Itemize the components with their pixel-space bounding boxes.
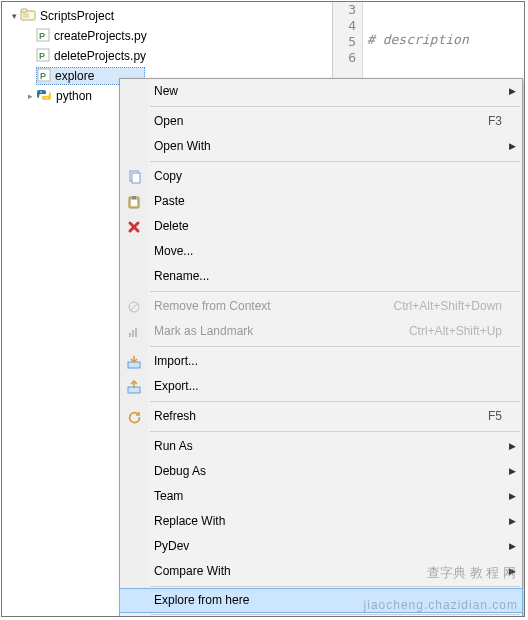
menu-open[interactable]: Open F3 bbox=[120, 109, 522, 134]
refresh-icon bbox=[120, 404, 148, 429]
submenu-arrow-icon: ▶ bbox=[509, 79, 516, 104]
menu-separator bbox=[150, 161, 520, 162]
menu-rename[interactable]: Rename... bbox=[120, 264, 522, 289]
import-icon bbox=[120, 349, 148, 374]
menu-export[interactable]: Export... bbox=[120, 374, 522, 399]
copy-icon bbox=[120, 164, 148, 189]
tree-node-file[interactable]: P deleteProjects.py bbox=[2, 46, 332, 66]
svg-text:P: P bbox=[39, 51, 45, 61]
menu-separator bbox=[150, 346, 520, 347]
menu-explore-from-here[interactable]: Explore from here bbox=[119, 588, 523, 613]
tree-label: createProjects.py bbox=[50, 29, 147, 43]
menu-import[interactable]: Import... bbox=[120, 349, 522, 374]
svg-rect-1 bbox=[21, 9, 27, 12]
python-file-icon: P bbox=[36, 28, 50, 45]
svg-rect-17 bbox=[129, 333, 131, 337]
submenu-arrow-icon: ▶ bbox=[509, 434, 516, 459]
svg-point-9 bbox=[40, 91, 42, 93]
svg-rect-12 bbox=[132, 173, 140, 183]
expand-toggle[interactable]: ▾ bbox=[8, 10, 20, 22]
tree-label: deleteProjects.py bbox=[50, 49, 146, 63]
submenu-arrow-icon: ▶ bbox=[509, 509, 516, 534]
svg-rect-15 bbox=[131, 200, 137, 206]
menu-separator bbox=[150, 291, 520, 292]
menu-pydev[interactable]: PyDev▶ bbox=[120, 534, 522, 559]
menu-separator bbox=[150, 614, 520, 615]
menu-open-with[interactable]: Open With ▶ bbox=[120, 134, 522, 159]
folder-icon bbox=[20, 8, 36, 25]
menu-new[interactable]: New ▶ bbox=[120, 79, 522, 104]
menu-copy[interactable]: Copy bbox=[120, 164, 522, 189]
submenu-arrow-icon: ▶ bbox=[509, 534, 516, 559]
submenu-arrow-icon: ▶ bbox=[509, 459, 516, 484]
menu-team[interactable]: Team▶ bbox=[120, 484, 522, 509]
svg-rect-19 bbox=[135, 328, 137, 337]
submenu-arrow-icon: ▶ bbox=[509, 559, 516, 584]
svg-text:P: P bbox=[40, 71, 46, 81]
menu-delete[interactable]: Delete bbox=[120, 214, 522, 239]
python-icon bbox=[36, 88, 52, 105]
svg-rect-14 bbox=[132, 196, 136, 199]
python-file-icon: P bbox=[36, 48, 50, 65]
tree-label: python bbox=[52, 89, 92, 103]
menu-remove-context: Remove from Context Ctrl+Alt+Shift+Down bbox=[120, 294, 522, 319]
tree-node-file[interactable]: P createProjects.py bbox=[2, 26, 332, 46]
code-line: # description bbox=[367, 32, 469, 47]
menu-compare-with[interactable]: Compare With▶ bbox=[120, 559, 522, 584]
remove-context-icon bbox=[120, 294, 148, 319]
expand-toggle[interactable]: ▸ bbox=[24, 90, 36, 102]
paste-icon bbox=[120, 189, 148, 214]
python-file-icon: P bbox=[37, 68, 51, 85]
menu-separator bbox=[150, 586, 520, 587]
svg-point-10 bbox=[46, 97, 48, 99]
menu-replace-with[interactable]: Replace With▶ bbox=[120, 509, 522, 534]
menu-separator bbox=[150, 431, 520, 432]
menu-separator bbox=[150, 401, 520, 402]
menu-separator bbox=[150, 106, 520, 107]
submenu-arrow-icon: ▶ bbox=[509, 484, 516, 509]
tree-node-project[interactable]: ▾ ScriptsProject bbox=[2, 6, 332, 26]
context-menu: New ▶ Open F3 Open With ▶ Copy Paste bbox=[119, 78, 523, 617]
menu-run-as[interactable]: Run As▶ bbox=[120, 434, 522, 459]
menu-paste[interactable]: Paste bbox=[120, 189, 522, 214]
menu-debug-as[interactable]: Debug As▶ bbox=[120, 459, 522, 484]
menu-move[interactable]: Move... bbox=[120, 239, 522, 264]
svg-text:P: P bbox=[39, 31, 45, 41]
delete-icon bbox=[120, 214, 148, 239]
svg-rect-18 bbox=[132, 330, 134, 337]
tree-label: ScriptsProject bbox=[36, 9, 114, 23]
menu-refresh[interactable]: Refresh F5 bbox=[120, 404, 522, 429]
svg-rect-2 bbox=[23, 13, 29, 18]
landmark-icon bbox=[120, 319, 148, 344]
export-icon bbox=[120, 374, 148, 399]
submenu-arrow-icon: ▶ bbox=[509, 134, 516, 159]
menu-mark-landmark: Mark as Landmark Ctrl+Alt+Shift+Up bbox=[120, 319, 522, 344]
